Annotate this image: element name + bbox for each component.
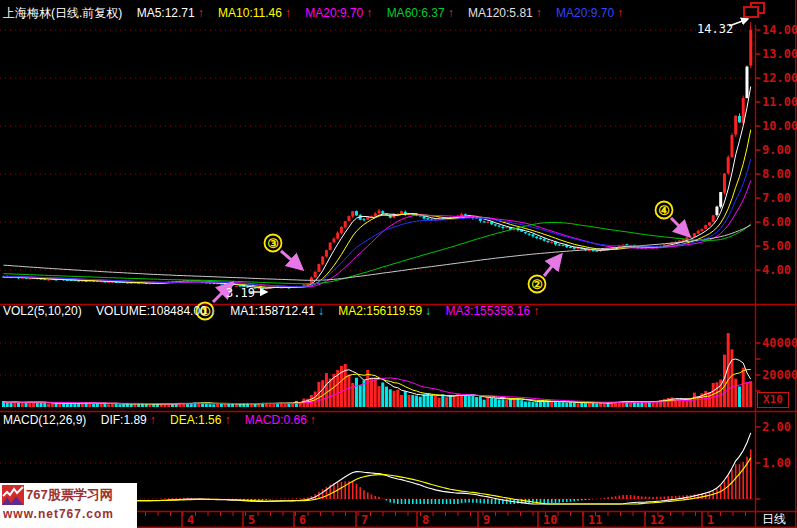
down-arrow-icon: ↓ (210, 304, 216, 318)
ma5-value: MA5:12.71 (137, 6, 195, 20)
y-axis-label: 20000 (762, 368, 797, 382)
watermark-url: www.net767.com (0, 507, 137, 521)
up-arrow-icon: ↑ (366, 6, 372, 20)
dif-value: DIF:1.89 (101, 413, 147, 427)
y-axis-label: 11.00 (762, 95, 797, 109)
up-arrow-icon: ↑ (150, 413, 156, 427)
up-arrow-icon: ↑ (310, 413, 316, 427)
y-axis-label: 14.00 (762, 23, 797, 37)
volume-value: VOLUME:108484.00 (96, 304, 207, 318)
ma20b-value: MA20:9.70 (556, 6, 614, 20)
y-axis-label: 6.00 (762, 215, 791, 229)
y-axis-label: 7.00 (762, 191, 791, 205)
watermark-row1: 767股票学习网 (0, 483, 137, 507)
watermark-site-name: 767股票学习网 (26, 486, 113, 504)
down-arrow-icon: ↓ (425, 304, 431, 318)
ma10-value: MA10:11.46 (218, 6, 282, 20)
main-chart-header: 上海梅林(日线.前复权) MA5:12.71↑ MA10:11.46↑ MA20… (3, 5, 625, 22)
y-axis-label: 4.00 (762, 263, 791, 277)
macd-indicator-name: MACD(12,26,9) (3, 413, 86, 427)
layer-candles (2, 22, 752, 289)
up-arrow-icon: ↑ (224, 413, 230, 427)
volume-pane-header: VOL2(5,10,20) VOLUME:108484.00↓ MA1:1587… (3, 304, 541, 318)
annotation-number-3: ③ (267, 236, 279, 251)
x-axis-month-label: 8 (422, 513, 429, 527)
macd-pane-header: MACD(12,26,9) DIF:1.89↑ DEA:1.56↑ MACD:0… (3, 413, 318, 427)
annotation-number-4: ④ (658, 203, 670, 218)
up-arrow-icon: ↑ (198, 6, 204, 20)
price-callout-2: 14.32 (697, 22, 733, 36)
y-axis-label: 2.00 (762, 420, 791, 434)
dea-value: DEA:1.56 (170, 413, 221, 427)
restore-window-icon[interactable] (743, 2, 767, 18)
chart-canvas[interactable]: 14.0013.0012.0011.0010.009.008.007.006.0… (0, 0, 797, 528)
stock-title: 上海梅林(日线.前复权) (3, 6, 122, 20)
x-axis-month-label: 9 (483, 513, 490, 527)
vol-ma3-value: MA3:155358.16 (445, 304, 530, 318)
layer-volma (4, 359, 751, 404)
x-axis-month-label: 7 (361, 513, 368, 527)
annotation-arrow-3 (281, 251, 302, 269)
layer-grid (0, 30, 756, 499)
x-axis-month-label: 5 (248, 513, 255, 527)
y-axis-label: 8.00 (762, 167, 791, 181)
ma120-value: MA120:5.81 (468, 6, 533, 20)
up-arrow-icon: ↑ (617, 6, 623, 20)
volume-scale-unit: X10 (757, 392, 789, 408)
watermark: 767股票学习网 www.net767.com (0, 483, 137, 528)
vol-ma2-value: MA2:156119.59 (338, 304, 422, 318)
y-axis-label: 12.00 (762, 71, 797, 85)
annotation-arrow-2 (544, 255, 561, 276)
annotation-arrow-4 (671, 218, 689, 236)
ma60-value: MA60:6.37 (387, 6, 445, 20)
price-callout-1: 3.19 (226, 286, 255, 300)
y-axis-label: 13.00 (762, 47, 797, 61)
stock-chart-app: { "header": { "title": "上海梅林(日线.前复权)", "… (0, 0, 797, 528)
layer-volbars (2, 333, 752, 407)
ma20-value: MA20:9.70 (305, 6, 363, 20)
vol-ma1-value: MA1:158712.41 (230, 304, 315, 318)
period-label: 日线 (762, 511, 786, 528)
down-arrow-icon: ↓ (318, 304, 324, 318)
macd-value: MACD:0.66 (245, 413, 307, 427)
y-axis-label: 5.00 (762, 239, 791, 253)
layer-axis: 14.0013.0012.0011.0010.009.008.007.006.0… (8, 23, 797, 527)
layer-ann: ①②③④3.1914.32 (197, 19, 749, 320)
up-arrow-icon: ↑ (285, 6, 291, 20)
x-axis-month-label: 10 (543, 513, 557, 527)
vol-indicator-name: VOL2(5,10,20) (3, 304, 82, 318)
layer-frame (0, 0, 797, 528)
x-axis-month-label: 1 (707, 513, 714, 527)
y-axis-label: 1.00 (762, 456, 791, 470)
x-axis-month-label: 6 (299, 513, 306, 527)
x-axis-month-label: 11 (588, 513, 602, 527)
x-axis-month-label: 12 (650, 513, 664, 527)
up-arrow-icon: ↑ (533, 304, 539, 318)
restore-icon-front-square (743, 6, 759, 18)
y-axis-label: 40000 (762, 336, 797, 350)
up-arrow-icon: ↑ (448, 6, 454, 20)
y-axis-label: 9.00 (762, 143, 791, 157)
annotation-number-2: ② (531, 277, 543, 292)
layer-ma (4, 87, 751, 289)
up-arrow-icon: ↑ (536, 6, 542, 20)
x-axis-month-label: 4 (187, 513, 194, 527)
watermark-logo-icon (2, 485, 24, 505)
y-axis-label: 10.00 (762, 119, 797, 133)
